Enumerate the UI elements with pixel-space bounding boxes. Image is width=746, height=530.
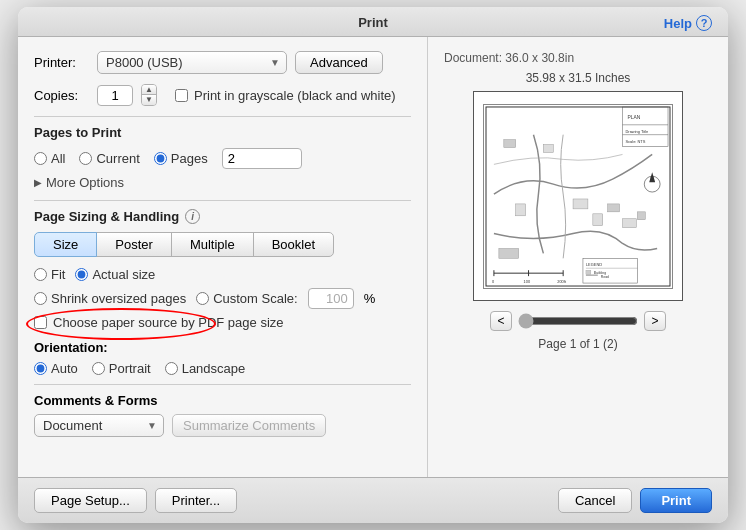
svg-text:LEGEND: LEGEND (586, 262, 602, 267)
choose-paper-checkbox[interactable] (34, 316, 47, 329)
comments-label: Comments & Forms (34, 393, 411, 408)
page-sizing-info-icon[interactable]: i (185, 209, 200, 224)
doc-select-value: Document (43, 418, 102, 433)
grayscale-row: Print in grayscale (black and white) (175, 88, 396, 103)
all-radio-item: All (34, 151, 65, 166)
slider-row: < > (490, 311, 666, 331)
all-radio[interactable] (34, 152, 47, 165)
sizing-options: Fit Actual size Shrink oversized pages C… (34, 267, 411, 330)
more-options-label: More Options (46, 175, 124, 190)
pages-radio-group: All Current Pages (34, 148, 411, 169)
copies-input[interactable] (97, 85, 133, 106)
doc-select[interactable]: Document ▼ (34, 414, 164, 437)
printer-button[interactable]: Printer... (155, 488, 237, 513)
landscape-radio[interactable] (165, 362, 178, 375)
copies-up[interactable]: ▲ (142, 85, 156, 95)
choose-paper-row: Choose paper source by PDF page size (34, 315, 411, 330)
map-preview-svg: PLAN Drawing Title Scale: NTS (484, 105, 672, 288)
portrait-radio-item: Portrait (92, 361, 151, 376)
landscape-label: Landscape (182, 361, 246, 376)
next-page-button[interactable]: > (644, 311, 666, 331)
printer-chevron: ▼ (270, 57, 280, 68)
svg-rect-9 (573, 198, 588, 208)
summarize-button[interactable]: Summarize Comments (172, 414, 326, 437)
orientation-radio-group: Auto Portrait Landscape (34, 361, 411, 376)
divider-2 (34, 200, 411, 201)
svg-rect-12 (623, 218, 637, 227)
doc-info: Document: 36.0 x 30.8in (444, 51, 574, 65)
printer-select[interactable]: P8000 (USB) ▼ (97, 51, 287, 74)
shrink-radio-item: Shrink oversized pages (34, 291, 186, 306)
svg-text:Road: Road (601, 275, 609, 279)
auto-radio-item: Auto (34, 361, 78, 376)
copies-row: Copies: ▲ ▼ Print in grayscale (black an… (34, 84, 411, 106)
fit-radio[interactable] (34, 268, 47, 281)
scale-input[interactable] (308, 288, 354, 309)
shrink-radio[interactable] (34, 292, 47, 305)
pages-section-header: Pages to Print (34, 125, 411, 140)
page-info: Page 1 of 1 (2) (538, 337, 617, 351)
pages-radio-item: Pages (154, 151, 208, 166)
prev-page-button[interactable]: < (490, 311, 512, 331)
left-panel: Printer: P8000 (USB) ▼ Advanced Copies: … (18, 37, 428, 477)
svg-rect-13 (637, 211, 645, 219)
size-radio-row1: Fit Actual size (34, 267, 411, 282)
shrink-label: Shrink oversized pages (51, 291, 186, 306)
svg-rect-8 (504, 139, 516, 147)
svg-text:Drawing Title: Drawing Title (625, 128, 649, 133)
svg-rect-14 (516, 203, 526, 215)
advanced-button[interactable]: Advanced (295, 51, 383, 74)
footer-right: Cancel Print (558, 488, 712, 513)
portrait-label: Portrait (109, 361, 151, 376)
all-label: All (51, 151, 65, 166)
dialog-footer: Page Setup... Printer... Cancel Print (18, 477, 728, 523)
help-icon[interactable]: ? (696, 15, 712, 31)
current-radio-item: Current (79, 151, 139, 166)
page-setup-button[interactable]: Page Setup... (34, 488, 147, 513)
printer-label: Printer: (34, 55, 89, 70)
dialog-title: Print (358, 15, 388, 30)
current-label: Current (96, 151, 139, 166)
divider-3 (34, 384, 411, 385)
tab-multiple[interactable]: Multiple (171, 232, 254, 257)
custom-scale-radio-item: Custom Scale: (196, 291, 298, 306)
svg-rect-11 (608, 203, 620, 211)
svg-text:100: 100 (524, 279, 531, 284)
svg-text:Scale: NTS: Scale: NTS (625, 138, 645, 143)
dialog-body: Printer: P8000 (USB) ▼ Advanced Copies: … (18, 37, 728, 477)
comments-select-row: Document ▼ Summarize Comments (34, 414, 411, 437)
help-link[interactable]: Help ? (664, 15, 712, 31)
svg-rect-15 (499, 248, 519, 258)
footer-left: Page Setup... Printer... (34, 488, 237, 513)
pages-radio[interactable] (154, 152, 167, 165)
auto-radio[interactable] (34, 362, 47, 375)
printer-value: P8000 (USB) (106, 55, 183, 70)
print-button[interactable]: Print (640, 488, 712, 513)
actual-size-radio[interactable] (75, 268, 88, 281)
fit-radio-item: Fit (34, 267, 65, 282)
grayscale-label: Print in grayscale (black and white) (194, 88, 396, 103)
svg-rect-10 (593, 213, 603, 225)
custom-scale-label: Custom Scale: (213, 291, 298, 306)
preview-box: PLAN Drawing Title Scale: NTS (473, 91, 683, 301)
portrait-radio[interactable] (92, 362, 105, 375)
auto-label: Auto (51, 361, 78, 376)
copies-label: Copies: (34, 88, 89, 103)
tab-poster[interactable]: Poster (96, 232, 172, 257)
preview-inner: PLAN Drawing Title Scale: NTS (483, 104, 673, 289)
doc-select-chevron: ▼ (147, 420, 157, 431)
svg-text:200ft: 200ft (557, 279, 567, 284)
more-options[interactable]: ▶ More Options (34, 175, 411, 190)
pages-input[interactable] (222, 148, 302, 169)
grayscale-checkbox[interactable] (175, 89, 188, 102)
tab-size[interactable]: Size (34, 232, 97, 257)
tab-booklet[interactable]: Booklet (253, 232, 334, 257)
scale-unit: % (364, 291, 376, 306)
current-radio[interactable] (79, 152, 92, 165)
page-slider[interactable] (518, 313, 638, 329)
copies-down[interactable]: ▼ (142, 95, 156, 105)
page-sizing-header: Page Sizing & Handling (34, 209, 179, 224)
custom-scale-radio[interactable] (196, 292, 209, 305)
help-label: Help (664, 16, 692, 31)
cancel-button[interactable]: Cancel (558, 488, 632, 513)
